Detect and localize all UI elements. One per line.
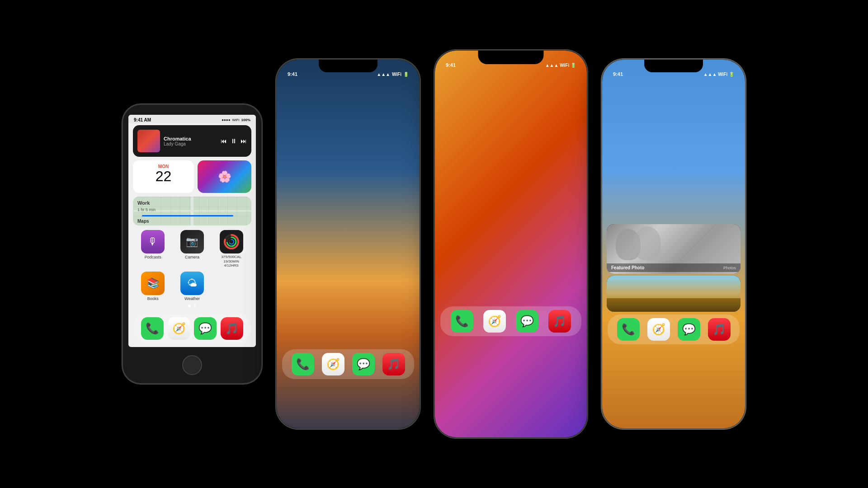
- p4-featured-photo-label: Featured Photo: [611, 265, 644, 270]
- p3-messages-dock[interactable]: 💬: [516, 310, 538, 333]
- se-podcasts-app[interactable]: 🎙 Podcasts: [135, 230, 171, 268]
- p2-music-dock[interactable]: 🎵: [382, 353, 405, 375]
- se-phone-dock[interactable]: 📞: [141, 317, 164, 340]
- se-calendar-widget[interactable]: MON 22: [133, 160, 194, 193]
- p4-time: 9:41: [613, 71, 623, 77]
- se-battery: 100%: [241, 118, 250, 122]
- p2-phone-dock[interactable]: 📞: [292, 353, 314, 375]
- iphone-12-pro: 9:41 ▲▲▲ WiFi 🔋 📹 FaceTime MON 22: [601, 59, 746, 429]
- p3-wallpaper: [435, 51, 587, 437]
- p4-messages-dock[interactable]: 💬: [678, 318, 700, 341]
- se-weather-app[interactable]: 🌤 Weather: [174, 272, 211, 301]
- p4-landscape-widget: [607, 276, 741, 312]
- p3-time: 9:41: [446, 62, 456, 68]
- se-messages-dock[interactable]: 💬: [194, 317, 217, 340]
- se-photos-widget[interactable]: 🌸: [198, 160, 251, 193]
- p3-music-dock[interactable]: 🎵: [548, 310, 571, 333]
- p2-screen: 9:41 ▲▲▲ WiFi 🔋 San Francisco 61° Mostly…: [277, 60, 420, 428]
- p4-featured-photo-widget[interactable]: Featured Photo Photos: [607, 224, 741, 274]
- p2-notch: [319, 60, 377, 72]
- se-page-dots: [128, 302, 256, 310]
- se-screen: 9:41 AM ●●●● WiFi 100% Chromatica Lady G…: [128, 115, 256, 347]
- iphone-12-colored: 9:41 ▲▲▲ WiFi 🔋 MONDAY 22 Kickoff meetin…: [434, 50, 588, 438]
- p4-photos-label: Photos: [723, 266, 736, 270]
- p3-phone-dock[interactable]: 📞: [451, 310, 473, 333]
- p2-dock: 📞 🧭 💬 🎵: [282, 349, 414, 379]
- se-music-widget[interactable]: Chromatica Lady Gaga ⏮⏸⏭: [133, 125, 251, 157]
- p4-safari-dock[interactable]: 🧭: [647, 318, 670, 341]
- p2-messages-dock[interactable]: 💬: [352, 353, 375, 375]
- p3-dock: 📞 🧭 💬 🎵: [440, 306, 581, 336]
- se-home-button[interactable]: [182, 355, 202, 375]
- p3-safari-dock[interactable]: 🧭: [483, 310, 506, 333]
- se-song-title: Chromatica: [164, 136, 217, 141]
- p4-dock: 📞 🧭 💬 🎵: [608, 314, 740, 344]
- se-music-dock[interactable]: 🎵: [221, 317, 243, 340]
- se-album-art: [137, 130, 160, 152]
- se-map-label: Maps: [137, 219, 149, 224]
- se-books-app[interactable]: 📚 Books: [135, 272, 171, 301]
- iphone-12-promax: 9:41 ▲▲▲ WiFi 🔋 San Francisco 61° Mostly…: [276, 59, 420, 429]
- p4-screen: 9:41 ▲▲▲ WiFi 🔋 📹 FaceTime MON 22: [602, 60, 745, 428]
- se-song-artist: Lady Gaga: [164, 141, 217, 146]
- p4-music-dock[interactable]: 🎵: [708, 318, 731, 341]
- se-cal-date: 22: [156, 169, 172, 183]
- p2-time: 9:41: [288, 71, 297, 77]
- se-dock: 📞 🧭 💬 🎵: [134, 314, 250, 343]
- se-safari-dock[interactable]: 🧭: [168, 317, 190, 340]
- se-work-eta: 1 hr 5 min: [137, 207, 156, 212]
- phones-container: 9:41 AM ●●●● WiFi 100% Chromatica Lady G…: [122, 0, 746, 488]
- se-map-widget[interactable]: Work 1 hr 5 min Maps: [133, 197, 251, 225]
- se-activity-app[interactable]: 375/500CAL19/30MIN4/12HRS: [213, 230, 250, 268]
- se-camera-app[interactable]: 📷 Camera: [174, 230, 211, 268]
- se-time: 9:41 AM: [134, 117, 151, 122]
- p3-screen: 9:41 ▲▲▲ WiFi 🔋 MONDAY 22 Kickoff meetin…: [435, 51, 587, 437]
- iphone-se: 9:41 AM ●●●● WiFi 100% Chromatica Lady G…: [122, 104, 262, 384]
- se-work-label: Work: [137, 200, 150, 206]
- p4-phone-dock[interactable]: 📞: [617, 318, 640, 341]
- p2-safari-dock[interactable]: 🧭: [322, 353, 344, 375]
